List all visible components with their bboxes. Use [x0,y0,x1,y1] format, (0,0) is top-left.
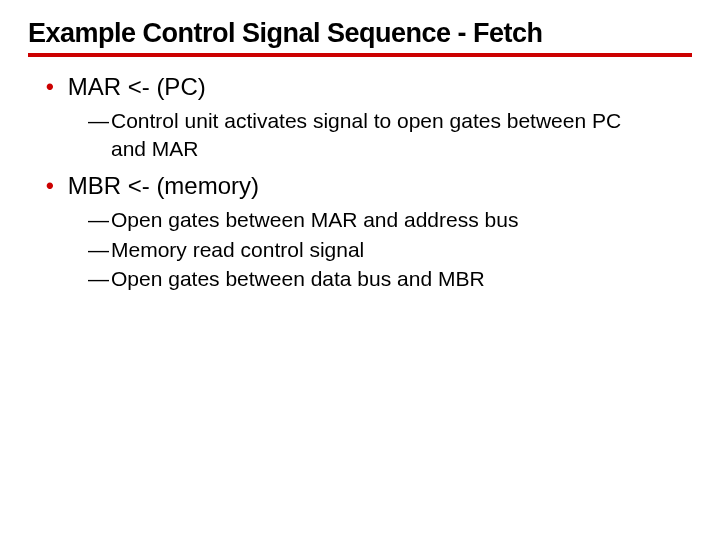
list-subitem-text: Open gates between data bus and MBR [111,265,485,292]
list-subitem: — Memory read control signal [88,236,648,263]
dash-icon: — [88,236,109,263]
list-item-text: MAR <- (PC) [68,71,206,103]
dash-icon: — [88,107,109,162]
dash-icon: — [88,265,109,292]
bullet-icon: • [46,71,54,103]
title-underline [28,53,692,57]
list-item: • MAR <- (PC) [46,71,692,103]
list-subitem: — Open gates between data bus and MBR [88,265,648,292]
bullet-icon: • [46,170,54,202]
list-subitem-text: Control unit activates signal to open ga… [111,107,648,162]
slide-title: Example Control Signal Sequence - Fetch [28,18,692,53]
dash-icon: — [88,206,109,233]
list-item: • MBR <- (memory) [46,170,692,202]
list-subitem-text: Open gates between MAR and address bus [111,206,518,233]
list-subitem-text: Memory read control signal [111,236,364,263]
list-subitem: — Open gates between MAR and address bus [88,206,648,233]
list-subitem: — Control unit activates signal to open … [88,107,648,162]
list-item-text: MBR <- (memory) [68,170,259,202]
